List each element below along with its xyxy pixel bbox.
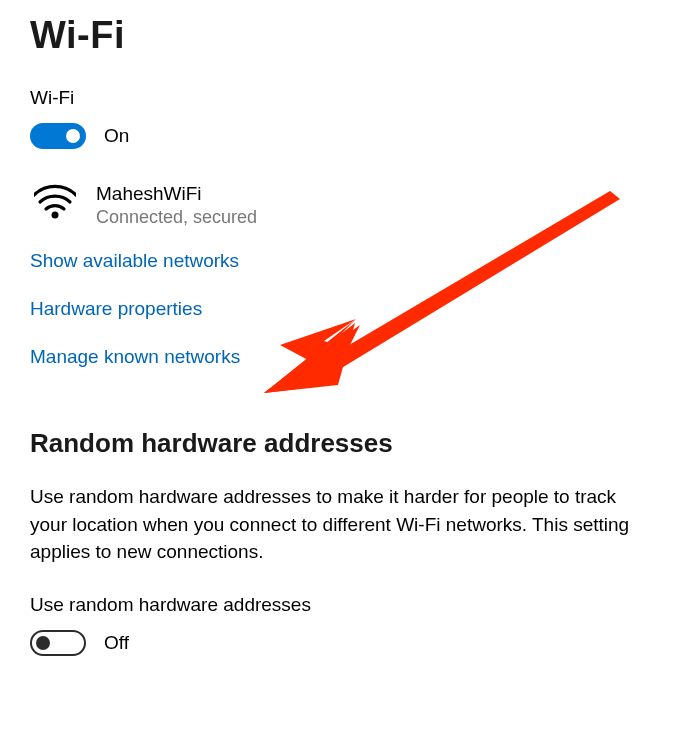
random-hw-toggle[interactable] (30, 630, 86, 656)
random-hw-toggle-knob (36, 636, 50, 650)
current-network[interactable]: MaheshWiFi Connected, secured (30, 183, 650, 228)
wifi-section-label: Wi-Fi (30, 87, 650, 109)
wifi-icon (34, 183, 76, 219)
network-name: MaheshWiFi (96, 183, 257, 205)
wifi-toggle[interactable] (30, 123, 86, 149)
svg-point-0 (52, 212, 59, 219)
link-manage-known-networks[interactable]: Manage known networks (30, 346, 240, 368)
wifi-toggle-state: On (104, 125, 129, 147)
random-hw-label: Use random hardware addresses (30, 594, 650, 616)
page-title: Wi-Fi (30, 14, 650, 57)
link-show-available-networks[interactable]: Show available networks (30, 250, 239, 272)
random-hw-section-title: Random hardware addresses (30, 428, 650, 459)
random-hw-description: Use random hardware addresses to make it… (30, 483, 650, 566)
network-status: Connected, secured (96, 207, 257, 228)
random-hw-toggle-state: Off (104, 632, 129, 654)
link-hardware-properties[interactable]: Hardware properties (30, 298, 202, 320)
wifi-toggle-knob (66, 129, 80, 143)
